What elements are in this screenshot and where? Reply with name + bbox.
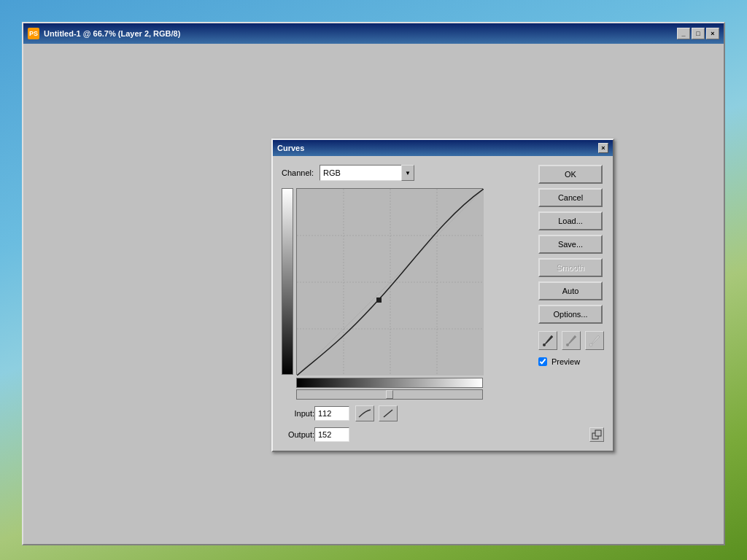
curve-tools <box>355 405 398 421</box>
svg-rect-8 <box>376 298 382 303</box>
channel-select[interactable]: RGB Red Green Blue <box>320 165 414 181</box>
curve-area <box>282 188 531 375</box>
input-row: Input: <box>282 405 531 421</box>
curves-dialog: Curves × Channel: RGB Red <box>271 139 614 452</box>
curves-right-panel: OK Cancel Load... Save... Smooth Auto Op… <box>538 165 604 442</box>
curves-title: Curves <box>277 144 304 152</box>
black-eyedropper-icon <box>541 334 554 347</box>
output-label: Output: <box>282 430 314 439</box>
preview-checkbox[interactable] <box>538 357 547 366</box>
gray-eyedropper-icon <box>565 334 578 347</box>
app-title: Untitled-1 @ 66.7% (Layer 2, RGB/8) <box>44 29 677 38</box>
curves-close-button[interactable]: × <box>598 143 608 153</box>
input-field[interactable] <box>314 406 349 421</box>
preview-row: Preview <box>538 357 604 366</box>
gradient-bar-bottom <box>296 378 483 388</box>
app-icon: PS <box>28 28 39 39</box>
slider-thumb[interactable] <box>386 390 393 399</box>
svg-line-9 <box>384 410 392 417</box>
svg-rect-14 <box>595 430 601 436</box>
app-titlebar: PS Untitled-1 @ 66.7% (Layer 2, RGB/8) _… <box>23 23 724 44</box>
preview-label[interactable]: Preview <box>551 357 580 366</box>
svg-point-11 <box>566 343 569 346</box>
load-button[interactable]: Load... <box>538 211 603 230</box>
pencil-icon <box>382 408 394 419</box>
curve-tool-button[interactable] <box>355 405 374 421</box>
curve-canvas[interactable] <box>297 189 484 376</box>
output-row: Output: <box>282 427 531 442</box>
save-button[interactable]: Save... <box>538 235 603 254</box>
black-eyedropper-button[interactable] <box>538 331 557 350</box>
channel-label: Channel: <box>282 168 314 177</box>
expand-icon <box>592 429 602 440</box>
auto-button[interactable]: Auto <box>538 281 603 300</box>
white-eyedropper-button[interactable] <box>585 331 604 350</box>
channel-select-wrapper: RGB Red Green Blue ▼ <box>320 165 414 181</box>
eyedropper-row <box>538 331 604 350</box>
channel-row: Channel: RGB Red Green Blue ▼ <box>282 165 531 181</box>
pencil-tool-button[interactable] <box>379 405 398 421</box>
minimize-button[interactable]: _ <box>677 28 690 39</box>
white-eyedropper-icon <box>588 334 601 347</box>
svg-point-10 <box>543 343 546 346</box>
curves-titlebar: Curves × <box>273 140 613 156</box>
ok-button[interactable]: OK <box>538 165 603 184</box>
maximize-button[interactable]: □ <box>692 28 705 39</box>
curves-left-panel: Channel: RGB Red Green Blue ▼ <box>282 165 531 442</box>
curve-icon <box>358 408 371 419</box>
curves-body: Channel: RGB Red Green Blue ▼ <box>273 156 613 451</box>
slider-row[interactable] <box>296 389 483 400</box>
gray-eyedropper-button[interactable] <box>562 331 581 350</box>
app-titlebar-buttons: _ □ × <box>677 28 719 39</box>
cancel-button[interactable]: Cancel <box>538 188 603 207</box>
desktop: PS Untitled-1 @ 66.7% (Layer 2, RGB/8) _… <box>0 0 747 560</box>
options-button[interactable]: Options... <box>538 305 603 324</box>
input-label: Input: <box>282 409 314 418</box>
gradient-bar <box>282 188 293 375</box>
output-field[interactable] <box>314 427 349 442</box>
app-window: PS Untitled-1 @ 66.7% (Layer 2, RGB/8) _… <box>22 22 725 545</box>
close-button[interactable]: × <box>706 28 719 39</box>
smooth-button[interactable]: Smooth <box>538 258 603 277</box>
svg-point-12 <box>589 343 592 346</box>
curve-canvas-container[interactable] <box>296 188 483 375</box>
expand-button[interactable] <box>589 427 604 442</box>
